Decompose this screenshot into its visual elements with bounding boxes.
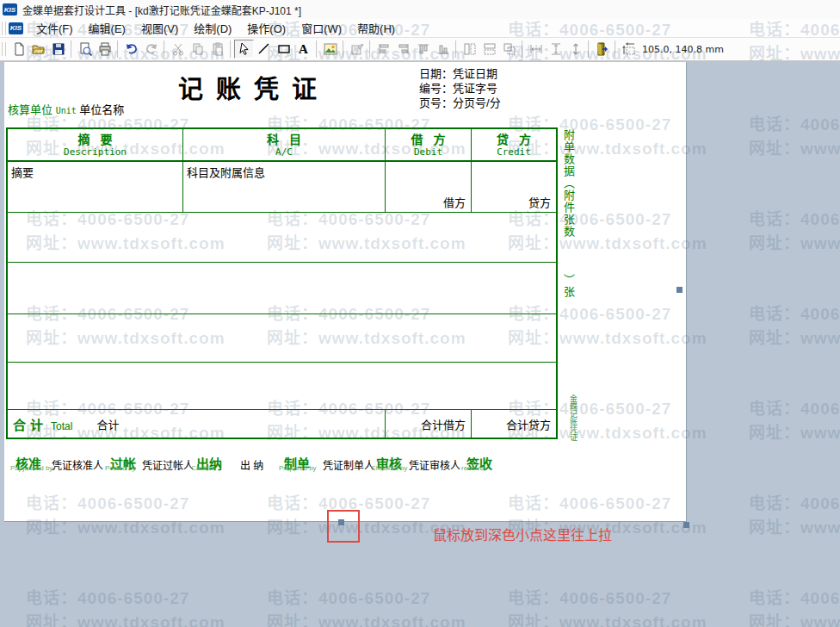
fit-height-button[interactable] [565, 40, 585, 59]
field-debit[interactable]: 借方 [386, 162, 472, 212]
meta-number[interactable]: 编号：凭证字号 [419, 81, 501, 96]
rectangle-tool-button[interactable] [274, 40, 293, 59]
design-canvas[interactable]: 记账凭证 日期：凭证日期 编号：凭证字号 页号：分页号/分 核算单位 Unit … [0, 61, 840, 627]
align-top-button[interactable] [413, 40, 433, 59]
voucher-table: 摘要Description 科目A/C 借方Debit 贷方Credit 摘要 … [6, 127, 558, 439]
field-summary[interactable]: 摘要 [8, 162, 183, 212]
object-properties-button[interactable] [347, 40, 367, 59]
print-icon [98, 42, 112, 56]
menubar-grip[interactable] [2, 22, 6, 35]
align-right-button[interactable] [393, 40, 413, 59]
toolbar-separator [522, 40, 523, 58]
total-credit-field[interactable]: 合计贷方 [472, 410, 556, 438]
open-file-button[interactable] [28, 40, 48, 59]
menu-file[interactable]: 文件(F) [28, 17, 81, 39]
menu-edit[interactable]: 编辑(E) [81, 17, 133, 39]
select-pointer-button[interactable] [234, 40, 254, 59]
line-tool-button[interactable] [254, 40, 274, 59]
sign-post-field[interactable]: 凭证过帐人 [142, 457, 194, 472]
header-summary-zh: 摘要 [78, 133, 123, 146]
unit-value[interactable]: 单位名称 [79, 103, 124, 116]
total-label-cell[interactable]: 合计 Total 合计 [8, 410, 386, 438]
meta-page[interactable]: 页号：分页号/分 [419, 96, 501, 110]
redo-button[interactable] [141, 40, 161, 59]
sign-cashier-label[interactable]: 出纳Cashier [196, 454, 222, 472]
total-label-zh: 合计 [13, 415, 47, 433]
meta-page-label: 页号： [419, 96, 453, 109]
vertical-spacing-button[interactable] [546, 40, 565, 59]
rectangle-tool-icon [277, 42, 291, 56]
voucher-title[interactable]: 记账凭证 [178, 69, 330, 105]
header-summary[interactable]: 摘要Description [8, 129, 183, 160]
sign-check-label[interactable]: 审核Checked by [376, 454, 402, 472]
annotation-tip-text: 鼠标放到深色小点这里往上拉 [433, 524, 612, 544]
save-button[interactable] [48, 40, 68, 59]
sign-approve-field[interactable]: 凭证核准人 [52, 457, 103, 472]
unit-line[interactable]: 核算单位 Unit 单位名称 [8, 101, 124, 117]
menu-operate[interactable]: 操作(O) [239, 17, 293, 39]
insert-image-button[interactable] [320, 40, 340, 59]
menu-help[interactable]: 帮助(H) [349, 17, 403, 39]
voucher-meta: 日期：凭证日期 编号：凭证字号 页号：分页号/分 [419, 66, 501, 110]
toolbar-separator [455, 40, 457, 58]
cut-button[interactable] [168, 40, 188, 59]
toolbar-separator [316, 40, 318, 58]
header-debit-en: Debit [414, 146, 442, 158]
menu-view[interactable]: 视图(V) [133, 17, 186, 39]
new-document-button[interactable] [9, 40, 28, 59]
fit-height-icon [569, 42, 583, 56]
attachment-count-note[interactable]: 附单数据（附件张数 ）张 [560, 129, 577, 388]
toolbar-separator [343, 40, 344, 58]
field-credit[interactable]: 贷方 [472, 162, 556, 212]
print-button[interactable] [95, 40, 114, 59]
insert-image-icon [324, 42, 337, 56]
sign-post-label[interactable]: 过帐Posted by [110, 454, 136, 472]
toolbar-separator [615, 40, 616, 58]
toolbar-grip[interactable] [2, 42, 6, 56]
undo-button[interactable] [121, 40, 141, 59]
resize-handle-right[interactable] [676, 287, 682, 293]
exit-button[interactable] [592, 40, 612, 59]
sign-cashier-en: Cashier [191, 464, 215, 472]
same-width-button[interactable] [460, 40, 479, 59]
voucher-page[interactable]: 记账凭证 日期：凭证日期 编号：凭证字号 页号：分页号/分 核算单位 Unit … [4, 62, 687, 522]
copy-button[interactable] [188, 40, 207, 59]
meta-date-value[interactable]: 凭证日期 [453, 67, 497, 80]
meta-date[interactable]: 日期：凭证日期 [419, 66, 501, 81]
total-row: 合计 Total 合计 合计借方 合计贷方 [8, 410, 556, 438]
resize-handle-corner[interactable] [683, 522, 689, 528]
total-label-en: Total [51, 420, 72, 432]
horizontal-spacing-button[interactable] [526, 40, 546, 59]
header-account-zh: 科目 [267, 133, 312, 146]
vertical-spacing-icon [549, 42, 563, 56]
total-field[interactable]: 合计 [96, 416, 119, 432]
total-debit-field[interactable]: 合计借方 [386, 410, 472, 438]
same-size-button[interactable] [499, 40, 519, 59]
field-account[interactable]: 科目及附属信息 [183, 162, 386, 212]
header-account[interactable]: 科目A/C [183, 129, 386, 160]
meta-page-value[interactable]: 分页号/分 [453, 96, 501, 109]
header-account-en: A/C [275, 146, 293, 158]
toolbar-separator [369, 40, 371, 58]
sign-prepare-label[interactable]: 制单Prepared by [284, 454, 310, 472]
annotation-highlight-box [327, 510, 360, 543]
same-size-icon [503, 42, 516, 56]
header-debit[interactable]: 借方Debit [386, 129, 472, 160]
align-left-button[interactable] [374, 40, 393, 59]
align-bottom-button[interactable] [433, 40, 453, 59]
menu-draw[interactable]: 绘制(D) [186, 17, 239, 39]
meta-number-value[interactable]: 凭证字号 [453, 82, 497, 95]
menu-window[interactable]: 窗口(W) [293, 17, 349, 39]
same-height-button[interactable] [479, 40, 499, 59]
sign-cashier-field[interactable]: 出 纳 [240, 457, 263, 472]
text-tool-button[interactable]: A [293, 40, 313, 59]
app-window: KIS 金蝶单据套打设计工具 - [kd激打记账凭证金蝶配套KP-J101 *]… [0, 0, 840, 627]
toolbar-separator [164, 40, 165, 58]
sign-check-field[interactable]: 凭证审核人 [409, 457, 460, 472]
header-credit[interactable]: 贷方Credit [472, 129, 556, 160]
paste-button[interactable] [207, 40, 227, 59]
sign-prepare-field[interactable]: 凭证制单人 [323, 457, 374, 472]
print-preview-button[interactable] [75, 40, 95, 59]
sign-receive-label[interactable]: 签收receiver [466, 454, 492, 472]
sign-approve-label[interactable]: 核准Papproved by [15, 454, 41, 472]
